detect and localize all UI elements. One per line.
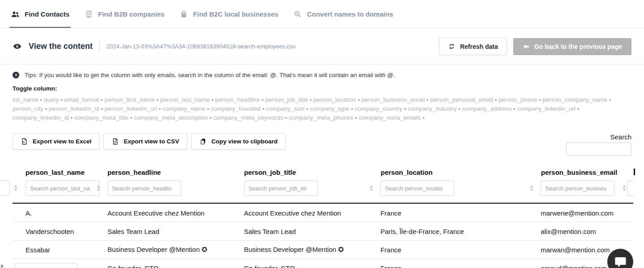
users-icon (11, 10, 20, 19)
table-row: Vanderschooten Sales Team Lead Sales Tea… (13, 222, 633, 241)
toggle-column-separator: - (39, 96, 44, 103)
export-csv-button[interactable]: Export view to CSV (103, 133, 187, 150)
toggle-column-company_linkedin_url[interactable]: company_linkedin_url (517, 105, 575, 112)
column-header-person-location[interactable]: person_location (375, 169, 536, 177)
global-search-input[interactable] (566, 143, 631, 156)
export-excel-button[interactable]: x Export view to Excel (13, 133, 99, 150)
toggle-column-query[interactable]: query (44, 96, 59, 103)
toggle-column-separator: - (43, 105, 49, 112)
toggle-column-company_meta_description[interactable]: company_meta_description (134, 114, 208, 121)
divider (99, 41, 100, 52)
toggle-column-company_industry[interactable]: company_industry (408, 105, 457, 112)
toggle-column-separator: - (283, 114, 289, 121)
toggle-column-company_meta_emails[interactable]: company_meta_emails (359, 114, 421, 121)
toggle-column-list_name[interactable]: list_name (13, 96, 39, 103)
toggle-column-separator: - (308, 96, 313, 103)
filter-partial-right (628, 181, 633, 196)
toggle-column-person_location[interactable]: person_location (313, 96, 356, 103)
column-header-person-last-name[interactable]: person_last_name (20, 169, 102, 177)
sort-icon[interactable] (14, 186, 17, 191)
tab-label: Convert names to domains (307, 10, 393, 18)
filter-input-person-location[interactable] (380, 181, 454, 196)
tab-convert-names-to-domains[interactable]: Convert names to domains (293, 0, 393, 28)
toggle-column-separator: - (349, 105, 355, 112)
building-icon (85, 10, 93, 18)
toggle-column-separator: - (575, 105, 579, 112)
toggle-column-company_meta_phones[interactable]: company_meta_phones (289, 114, 353, 121)
toggle-column-company_name[interactable]: company_name (163, 105, 206, 112)
tab-find-contacts[interactable]: Find Contacts (11, 0, 69, 28)
clipboard-icon (199, 138, 207, 145)
clipped-filter-input[interactable] (0, 181, 10, 196)
toggle-column-separator: - (155, 96, 160, 103)
tips-text: Tips: If you would like to get the colum… (25, 72, 395, 78)
toggle-column-company_meta_keywords[interactable]: company_meta_keywords (213, 114, 283, 121)
toggle-column-person_first_name[interactable]: person_first_name (105, 96, 155, 103)
cell-person-location: France (375, 246, 535, 254)
excel-file-icon: x (21, 138, 28, 145)
cell-person-headline: Sales Team Lead (102, 228, 239, 235)
column-header-person-job-title[interactable]: person_job_title (239, 169, 375, 177)
toggle-column-separator: - (457, 105, 462, 112)
toggle-column-separator: - (157, 105, 163, 112)
toolbar-left: View the content 2024-Jan-13-03%3A47%3A3… (13, 41, 296, 52)
toggle-column-company_founded[interactable]: company_founded (211, 105, 261, 112)
go-back-button[interactable]: Go back to the previous page (513, 38, 631, 55)
toggle-column-person_personal_email[interactable]: person_personal_email (430, 96, 493, 103)
toggle-column-person_city[interactable]: person_city (13, 105, 43, 112)
toggle-column-person_headline[interactable]: person_headline (215, 96, 260, 103)
toggle-column-separator: - (210, 96, 215, 103)
toggle-column-person_phone[interactable]: person_phone (498, 96, 537, 103)
toggle-column-company_meta_title[interactable]: company_meta_title (74, 114, 129, 121)
toggle-column-company_size[interactable]: company_size (266, 105, 305, 112)
sort-icon[interactable] (530, 186, 533, 191)
table-row: Co-founder, CTO Co-founder, CTO France a… (13, 259, 633, 268)
chat-widget-button[interactable] (607, 249, 633, 268)
filter-input-person-business-email[interactable] (541, 181, 614, 196)
cell-person-job-title: Account Executive chez Mention (239, 209, 375, 217)
sort-icon[interactable] (369, 186, 373, 191)
column-header-person-headline[interactable]: person_headline (102, 169, 239, 177)
export-buttons: x Export view to Excel Export view to CS… (13, 133, 286, 150)
copy-clipboard-button[interactable]: Copy view to clipboard (191, 133, 286, 150)
bag-icon (180, 10, 188, 18)
toggle-column-person_linkedin_url[interactable]: person_linkedin_url (105, 105, 157, 112)
cell-person-business-email: alix@mention.com (535, 228, 628, 235)
toggle-column-company_address[interactable]: company_address (462, 105, 511, 112)
toggle-column-list: list_name - query - email_format - perso… (13, 95, 624, 122)
table-row: A. Account Executive chez Mention Accoun… (13, 204, 633, 222)
toggle-column-separator: - (99, 105, 105, 112)
toggle-column-person_linkedin_id[interactable]: person_linkedin_id (49, 105, 99, 112)
toggle-column-separator: - (208, 114, 213, 121)
toggle-column-email_format[interactable]: email_format (64, 96, 99, 103)
cell-person-headline: Co-founder, CTO (102, 264, 239, 268)
toggle-column-separator: - (607, 96, 611, 103)
toggle-column-person_job_title[interactable]: person_job_title (265, 96, 308, 103)
clipped-filter-input[interactable] (627, 181, 633, 196)
toggle-column-company_country[interactable]: company_country (355, 105, 403, 112)
tab-find-b2c-local-businesses[interactable]: Find B2C local businesses (180, 0, 278, 28)
tab-find-b2b-companies[interactable]: Find B2B companies (85, 0, 164, 28)
filter-input-person-last-name[interactable] (26, 181, 99, 196)
toggle-column-company_type[interactable]: company_type (310, 105, 349, 112)
csv-file-icon (112, 138, 119, 145)
tooltip-arrow (1, 264, 4, 268)
filter-input-person-headline[interactable] (107, 181, 181, 196)
refresh-data-button[interactable]: Refresh data (439, 38, 507, 55)
toggle-column-separator: - (511, 105, 517, 112)
toggle-column-person_last_name[interactable]: person_last_name (160, 96, 210, 103)
toggle-column-person_company_name[interactable]: person_company_name (543, 96, 608, 103)
toggle-column-separator: - (425, 96, 430, 103)
toggle-column-company_linkedin_id[interactable]: company_linkedin_id (13, 114, 69, 121)
sort-icon[interactable] (623, 186, 626, 191)
toggle-column-label: Toggle column: (13, 85, 631, 92)
sort-icon[interactable] (97, 186, 100, 191)
tooltip-box (15, 263, 77, 268)
page: Find Contacts Find B2B companies Find B2… (0, 0, 644, 268)
toggle-column-person_business_email[interactable]: person_business_email (361, 96, 425, 103)
svg-text:?: ? (14, 73, 17, 78)
copy-clipboard-label: Copy view to clipboard (211, 138, 278, 145)
export-csv-label: Export view to CSV (124, 138, 179, 145)
filter-input-person-job-title[interactable] (244, 181, 318, 196)
column-header-person-business-email[interactable]: person_business_email (536, 169, 628, 177)
